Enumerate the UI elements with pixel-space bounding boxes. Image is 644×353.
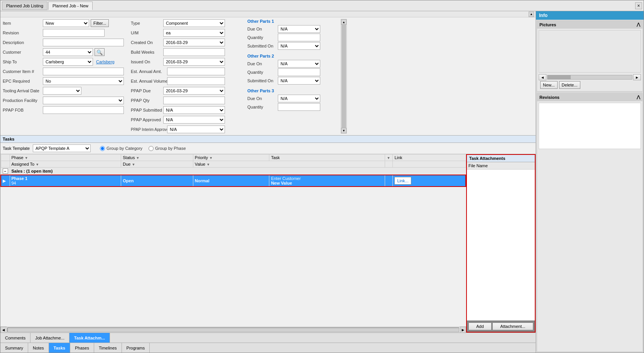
revision-input[interactable] bbox=[43, 29, 105, 37]
um-select[interactable]: ea bbox=[163, 29, 225, 37]
task-row[interactable]: ▶ Phase 1 94 Open bbox=[1, 175, 466, 187]
est-annual-amt-input[interactable] bbox=[167, 68, 225, 75]
task-link-cell[interactable]: Link... bbox=[393, 175, 466, 187]
op2-due-select[interactable]: N/A bbox=[278, 60, 320, 68]
th-status[interactable]: Status ▼ bbox=[121, 154, 193, 161]
issued-on-label: Issued On bbox=[131, 59, 162, 64]
phase-filter-icon[interactable]: ▼ bbox=[25, 156, 28, 160]
tooling-select[interactable] bbox=[43, 87, 81, 95]
revisions-section: Revisions ⋀ bbox=[537, 93, 643, 352]
ppap-qty-input[interactable] bbox=[163, 97, 225, 104]
tab-tasks[interactable]: Tasks bbox=[49, 343, 70, 353]
issued-on-select[interactable]: 2016-03-29 bbox=[163, 58, 225, 66]
group-by-phase-radio[interactable] bbox=[149, 146, 154, 151]
form-col1: Item New Filter... Revision Description bbox=[3, 19, 126, 134]
production-select[interactable] bbox=[43, 97, 124, 104]
op1-due-select[interactable]: N/A bbox=[278, 25, 320, 33]
tab-planned-job-listing[interactable]: Planned Job Listing bbox=[2, 2, 47, 10]
delete-picture-button[interactable]: Delete... bbox=[559, 81, 580, 89]
scroll-thumb[interactable] bbox=[341, 25, 346, 128]
tab-programs[interactable]: Programs bbox=[122, 343, 150, 353]
attach-footer: Add Attachment... bbox=[467, 321, 535, 332]
tab-planned-job-new[interactable]: Planned Job - New bbox=[48, 2, 93, 10]
attachment-button[interactable]: Attachment... bbox=[492, 322, 533, 330]
horiz-scroll-track[interactable] bbox=[7, 328, 459, 332]
other-parts-2-title: Other Parts 2 bbox=[247, 54, 336, 58]
th-value[interactable]: Value ▼ bbox=[193, 161, 385, 168]
description-input[interactable] bbox=[43, 39, 124, 46]
op3-due-select[interactable]: N/A bbox=[278, 95, 320, 102]
filter-button[interactable]: Filter... bbox=[91, 19, 109, 27]
status-filter-icon[interactable]: ▼ bbox=[136, 156, 139, 160]
th-task[interactable]: Task bbox=[269, 154, 385, 161]
add-attachment-button[interactable]: Add bbox=[468, 322, 492, 330]
scroll-up-arrow[interactable]: ▲ bbox=[529, 12, 534, 17]
group-expand[interactable]: − bbox=[1, 168, 10, 175]
th-priority[interactable]: Priority ▼ bbox=[193, 154, 269, 161]
due-filter-icon[interactable]: ▼ bbox=[132, 163, 135, 166]
prev-picture-btn[interactable]: ◄ bbox=[539, 74, 546, 80]
task-link-button[interactable]: Link... bbox=[394, 177, 411, 185]
tab-timelines[interactable]: Timelines bbox=[94, 343, 122, 353]
customer-item-row: Customer Item # bbox=[3, 67, 126, 76]
ppap-interim-select[interactable]: N/A bbox=[167, 126, 225, 133]
close-button[interactable]: × bbox=[635, 2, 642, 9]
ppap-submitted-select[interactable]: N/A bbox=[163, 106, 225, 114]
th-assigned-to[interactable]: Assigned To ▼ bbox=[10, 161, 121, 168]
table-subheader-row: Assigned To ▼ Due ▼ Value bbox=[1, 161, 466, 168]
build-weeks-input[interactable] bbox=[163, 48, 225, 56]
epc-select[interactable]: No bbox=[43, 77, 124, 85]
task-empty bbox=[385, 175, 393, 187]
tab-task-attachments[interactable]: Task Attachm... bbox=[69, 333, 110, 343]
group-by-phase-radio-label[interactable]: Group by Phase bbox=[149, 146, 186, 151]
th-phase[interactable]: Phase ▼ bbox=[10, 154, 121, 161]
tab-summary[interactable]: Summary bbox=[0, 343, 28, 353]
revisions-collapse-icon[interactable]: ⋀ bbox=[637, 95, 640, 100]
th-link: Link bbox=[393, 154, 466, 161]
picture-nav-bar[interactable] bbox=[547, 75, 632, 80]
tab-phases[interactable]: Phases bbox=[70, 343, 94, 353]
other-parts-1-section: Other Parts 1 Due On N/A Quantity bbox=[247, 19, 336, 50]
group-by-category-radio-label[interactable]: Group by Category bbox=[100, 146, 142, 151]
customer-select[interactable]: 44 bbox=[43, 48, 93, 56]
ship-to-select[interactable]: Carlsberg bbox=[43, 58, 93, 66]
assigned-to-filter-icon[interactable]: ▼ bbox=[35, 163, 39, 166]
ppap-fob-input[interactable] bbox=[43, 106, 124, 114]
op1-qty-input[interactable] bbox=[278, 34, 320, 41]
horiz-scrollbar[interactable]: ◄ ► bbox=[0, 326, 466, 333]
scroll-up[interactable]: ▲ bbox=[341, 19, 347, 25]
th-due[interactable]: Due ▼ bbox=[121, 161, 193, 168]
created-on-select[interactable]: 2016-03-29 bbox=[163, 39, 225, 46]
item-row: Item New Filter... bbox=[3, 19, 126, 27]
tab-notes[interactable]: Notes bbox=[28, 343, 49, 353]
type-select[interactable]: Component bbox=[163, 19, 225, 27]
next-picture-btn[interactable]: ► bbox=[633, 74, 641, 80]
priority-filter-icon[interactable]: ▼ bbox=[209, 156, 213, 160]
customer-item-input[interactable] bbox=[43, 68, 124, 75]
ppap-approved-select[interactable]: N/A bbox=[163, 116, 225, 124]
est-annual-vol-input[interactable] bbox=[167, 77, 225, 85]
ppap-due-select[interactable]: 2016-03-29 bbox=[163, 87, 225, 95]
scroll-right-btn[interactable]: ► bbox=[460, 327, 466, 333]
th-filter-all[interactable]: ▼ bbox=[385, 154, 393, 161]
pictures-buttons: New... Delete... bbox=[539, 80, 641, 90]
tab-job-attachments[interactable]: Job Attachme... bbox=[30, 333, 69, 343]
op1-submitted-select[interactable]: N/A bbox=[278, 42, 320, 50]
form-scrollbar[interactable]: ▲ ▼ bbox=[341, 19, 347, 134]
group-by-category-radio[interactable] bbox=[100, 146, 105, 151]
tab-comments[interactable]: Comments bbox=[0, 333, 30, 343]
op2-submitted-select[interactable]: N/A bbox=[278, 77, 320, 85]
item-select[interactable]: New bbox=[43, 19, 89, 27]
op2-qty-input[interactable] bbox=[278, 68, 320, 76]
task-template-select[interactable]: APQP Template A bbox=[33, 144, 91, 152]
scroll-down[interactable]: ▼ bbox=[341, 128, 347, 133]
value-filter-icon[interactable]: ▼ bbox=[206, 163, 210, 166]
pictures-collapse-icon[interactable]: ⋀ bbox=[637, 22, 640, 27]
op3-qty-input[interactable] bbox=[278, 103, 320, 111]
ship-to-link[interactable]: Carlsberg bbox=[96, 59, 115, 64]
scroll-left-btn[interactable]: ◄ bbox=[0, 327, 7, 333]
expand-icon[interactable]: − bbox=[3, 168, 8, 174]
new-picture-button[interactable]: New... bbox=[540, 81, 558, 89]
all-filter-icon[interactable]: ▼ bbox=[387, 156, 390, 160]
customer-search-button[interactable]: 🔍 bbox=[95, 48, 105, 56]
